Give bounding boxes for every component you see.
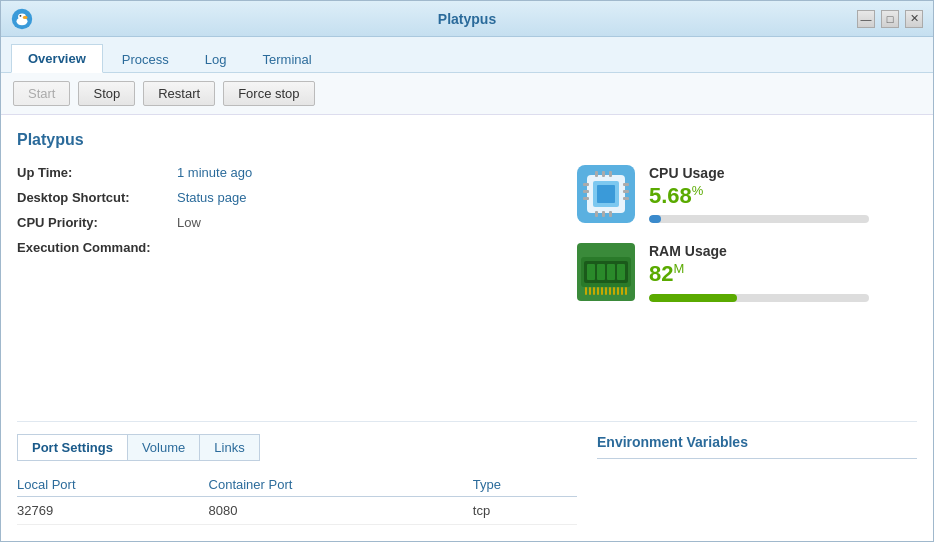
force-stop-button[interactable]: Force stop: [223, 81, 314, 106]
svg-rect-28: [585, 287, 587, 295]
cpu-value: 5.68%: [649, 183, 917, 209]
uptime-row: Up Time: 1 minute ago: [17, 165, 557, 180]
tab-process[interactable]: Process: [105, 45, 186, 73]
svg-rect-13: [602, 211, 605, 217]
svg-rect-34: [609, 287, 611, 295]
svg-point-4: [19, 14, 21, 16]
bottom-content: Port Settings Volume Links Local Port Co…: [17, 434, 917, 525]
ram-info: RAM Usage 82M: [649, 243, 917, 301]
sub-tabs: Port Settings Volume Links: [17, 434, 577, 461]
port-section: Port Settings Volume Links Local Port Co…: [17, 434, 577, 525]
shortcut-row: Desktop Shortcut: Status page: [17, 190, 557, 205]
table-row: 327698080tcp: [17, 497, 577, 525]
shortcut-label: Desktop Shortcut:: [17, 190, 177, 205]
col-container-port: Container Port: [209, 473, 473, 497]
priority-label: CPU Priority:: [17, 215, 177, 230]
subtab-links[interactable]: Links: [199, 434, 259, 461]
title-bar: Platypus — □ ✕: [1, 1, 933, 37]
svg-rect-32: [601, 287, 603, 295]
ram-icon: [577, 243, 635, 301]
subtab-port-settings[interactable]: Port Settings: [17, 434, 128, 461]
ram-progress-bar: [649, 294, 869, 302]
minimize-button[interactable]: —: [857, 10, 875, 28]
svg-rect-33: [605, 287, 607, 295]
exec-row: Execution Command:: [17, 240, 557, 255]
col-local-port: Local Port: [17, 473, 209, 497]
svg-rect-18: [623, 183, 629, 186]
cpu-icon: [577, 165, 635, 223]
right-panel: CPU Usage 5.68%: [577, 165, 917, 405]
tab-overview[interactable]: Overview: [11, 44, 103, 73]
app-icon: [11, 8, 33, 30]
svg-rect-17: [583, 197, 589, 200]
svg-rect-15: [583, 183, 589, 186]
left-panel: Up Time: 1 minute ago Desktop Shortcut: …: [17, 165, 557, 405]
restart-button[interactable]: Restart: [143, 81, 215, 106]
title-bar-left: [11, 8, 33, 30]
content-area: Up Time: 1 minute ago Desktop Shortcut: …: [17, 165, 917, 405]
toolbar: Start Stop Restart Force stop: [1, 73, 933, 115]
svg-rect-20: [623, 197, 629, 200]
cpu-card: CPU Usage 5.68%: [577, 165, 917, 223]
col-type: Type: [473, 473, 577, 497]
svg-rect-14: [609, 211, 612, 217]
cpu-title: CPU Usage: [649, 165, 917, 181]
main-window: Platypus — □ ✕ Overview Process Log Term…: [0, 0, 934, 542]
ram-progress-fill: [649, 294, 737, 302]
bottom-section: Port Settings Volume Links Local Port Co…: [17, 421, 917, 525]
svg-rect-24: [587, 264, 595, 280]
tab-terminal[interactable]: Terminal: [246, 45, 329, 73]
svg-rect-12: [595, 211, 598, 217]
cpu-info: CPU Usage 5.68%: [649, 165, 917, 223]
svg-rect-19: [623, 190, 629, 193]
svg-rect-26: [607, 264, 615, 280]
svg-point-3: [23, 15, 28, 18]
svg-rect-27: [617, 264, 625, 280]
svg-rect-25: [597, 264, 605, 280]
exec-label: Execution Command:: [17, 240, 177, 255]
window-controls: — □ ✕: [857, 10, 923, 28]
svg-rect-31: [597, 287, 599, 295]
svg-rect-38: [625, 287, 627, 295]
cpu-progress-bar: [649, 215, 869, 223]
uptime-label: Up Time:: [17, 165, 177, 180]
close-button[interactable]: ✕: [905, 10, 923, 28]
svg-rect-8: [597, 185, 615, 203]
svg-rect-30: [593, 287, 595, 295]
env-title: Environment Variables: [597, 434, 917, 459]
svg-rect-35: [613, 287, 615, 295]
cpu-progress-fill: [649, 215, 661, 223]
svg-rect-16: [583, 190, 589, 193]
svg-rect-37: [621, 287, 623, 295]
env-section: Environment Variables: [597, 434, 917, 525]
subtab-volume[interactable]: Volume: [127, 434, 200, 461]
svg-rect-10: [602, 171, 605, 177]
main-content: Platypus Up Time: 1 minute ago Desktop S…: [1, 115, 933, 541]
shortcut-value: Status page: [177, 190, 246, 205]
port-table: Local Port Container Port Type 327698080…: [17, 473, 577, 525]
stop-button[interactable]: Stop: [78, 81, 135, 106]
info-table: Up Time: 1 minute ago Desktop Shortcut: …: [17, 165, 557, 255]
uptime-value: 1 minute ago: [177, 165, 252, 180]
svg-rect-29: [589, 287, 591, 295]
ram-value: 82M: [649, 261, 917, 287]
window-title: Platypus: [438, 11, 496, 27]
tab-bar: Overview Process Log Terminal: [1, 37, 933, 73]
svg-rect-9: [595, 171, 598, 177]
maximize-button[interactable]: □: [881, 10, 899, 28]
app-name: Platypus: [17, 131, 917, 149]
svg-rect-11: [609, 171, 612, 177]
start-button[interactable]: Start: [13, 81, 70, 106]
svg-rect-36: [617, 287, 619, 295]
priority-row: CPU Priority: Low: [17, 215, 557, 230]
ram-card: RAM Usage 82M: [577, 243, 917, 301]
tab-log[interactable]: Log: [188, 45, 244, 73]
priority-value: Low: [177, 215, 201, 230]
ram-title: RAM Usage: [649, 243, 917, 259]
